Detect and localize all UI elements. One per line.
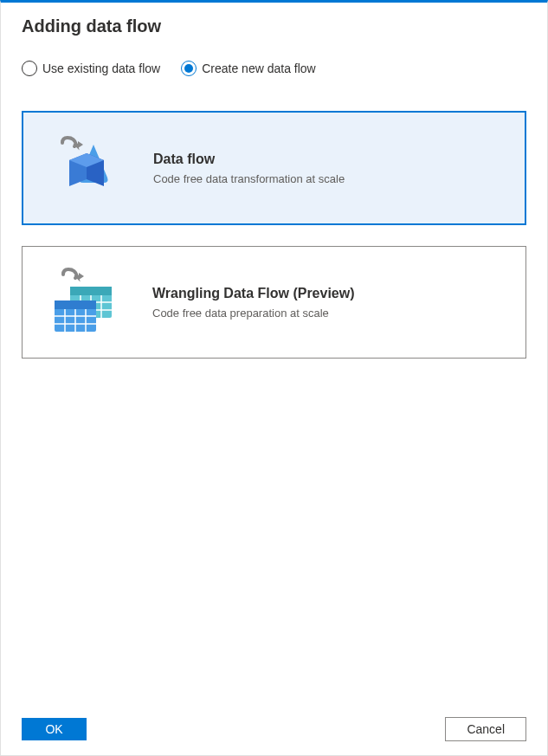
ok-button[interactable]: OK xyxy=(22,718,87,740)
svg-rect-13 xyxy=(55,300,96,309)
card-wrangling[interactable]: Wrangling Data Flow (Preview) Code free … xyxy=(22,246,526,359)
card-title-data-flow: Data flow xyxy=(153,152,507,167)
svg-marker-4 xyxy=(79,273,84,280)
dialog-title: Adding data flow xyxy=(22,16,526,36)
card-data-flow[interactable]: Data flow Code free data transformation … xyxy=(22,111,526,225)
card-title-wrangling: Wrangling Data Flow (Preview) xyxy=(152,286,508,301)
flow-type-radio-group: Use existing data flow Create new data f… xyxy=(22,61,526,76)
svg-rect-6 xyxy=(70,287,112,295)
dialog-footer: OK Cancel xyxy=(1,703,547,755)
data-flow-icon xyxy=(41,133,127,203)
radio-circle-icon xyxy=(22,61,37,76)
card-description-wrangling: Code free data preparation at scale xyxy=(152,307,508,320)
cancel-button[interactable]: Cancel xyxy=(445,717,526,741)
card-content: Wrangling Data Flow (Preview) Code free … xyxy=(152,286,508,320)
radio-label-existing: Use existing data flow xyxy=(42,61,160,75)
wrangling-icon xyxy=(40,268,126,337)
radio-circle-selected-icon xyxy=(181,61,197,76)
card-content: Data flow Code free data transformation … xyxy=(153,152,507,185)
radio-label-create: Create new data flow xyxy=(202,61,316,75)
radio-dot-icon xyxy=(184,64,193,73)
radio-create-new[interactable]: Create new data flow xyxy=(181,61,316,76)
svg-marker-0 xyxy=(78,141,83,148)
radio-use-existing[interactable]: Use existing data flow xyxy=(22,61,160,76)
card-description-data-flow: Code free data transformation at scale xyxy=(153,172,507,185)
